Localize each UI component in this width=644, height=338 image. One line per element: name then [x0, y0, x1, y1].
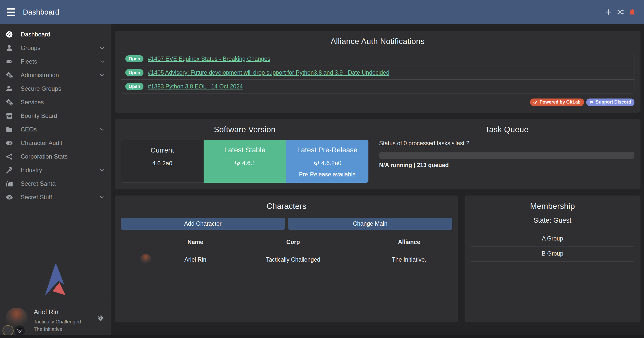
cogs-icon [6, 99, 17, 106]
alliance-auth-logo [38, 263, 72, 298]
notification-row: Open #1405 Advisory: Future development … [121, 66, 634, 80]
alliance-auth-app: Dashboard [0, 0, 644, 335]
shuttle-icon [6, 58, 17, 65]
status-badge: Open [125, 83, 143, 90]
sidebar-item-corporation-stats[interactable]: Corporation Stats [0, 150, 111, 163]
add-character-plus-icon[interactable] [605, 8, 612, 16]
task-queue-status: Status of 0 processed tasks • last ? [379, 140, 635, 147]
characters-table: Name Corp Alliance Ariel Rin Tactically … [121, 235, 452, 269]
cogs-icon [6, 71, 17, 79]
sidebar-item-secret-stuff[interactable]: Secret Stuff [0, 190, 111, 204]
change-main-shuffle-icon[interactable] [617, 8, 624, 16]
notifications-list: Open #1407 EVE Equinox Status - Breaking… [121, 52, 634, 93]
powered-by-gitlab-badge[interactable]: Powered by GitLab [530, 99, 584, 106]
footer-badges: Powered by GitLab Support Discord [121, 99, 634, 106]
software-taskqueue-panel: Software Version Current 4.6.2a0 Latest … [115, 119, 640, 189]
chevron-down-icon [99, 194, 105, 200]
column-header-name: Name [171, 235, 220, 250]
group-row: A Group [471, 231, 634, 247]
user-alliance: The Initiative. [34, 325, 81, 333]
discord-icon [589, 100, 594, 105]
task-queue-summary: N/A running | 213 queued [379, 162, 635, 169]
sidebar-footer: Ariel Rin Tactically Challenged The Init… [0, 263, 111, 335]
sidebar-item-fleets[interactable]: Fleets [0, 55, 111, 68]
user-settings-gear-icon[interactable] [97, 315, 104, 322]
chevron-down-icon [99, 167, 105, 173]
character-alliance: The Initiative. [366, 250, 452, 269]
change-main-button[interactable]: Change Main [288, 218, 452, 230]
notification-row: Open #1407 EVE Equinox Status - Breaking… [121, 52, 634, 66]
version-stable-box: Latest Stable 4.6.1 [204, 140, 286, 183]
sidebar-item-character-audit[interactable]: Character Audit [0, 136, 111, 150]
characters-title: Characters [121, 201, 452, 211]
sidebar-menu: Dashboard Groups Fleets [0, 24, 111, 204]
version-current-box: Current 4.6.2a0 [121, 140, 204, 183]
task-queue-title: Task Queue [379, 124, 635, 134]
chevron-down-icon [99, 72, 105, 78]
sidebar-item-ceos[interactable]: CEOs [0, 123, 111, 136]
column-header-portrait [121, 235, 171, 250]
notifications-panel: Alliance Auth Notifications Open #1407 E… [115, 31, 640, 113]
store-icon [6, 112, 17, 120]
gitlab-icon [234, 160, 241, 166]
sidebar-item-bounty-board[interactable]: Bounty Board [0, 109, 111, 123]
sidebar-item-industry[interactable]: Industry [0, 163, 111, 177]
sidebar-item-secret-santa[interactable]: Secret Santa [0, 177, 111, 190]
group-row: B Group [471, 247, 634, 262]
hammer-icon [6, 166, 17, 174]
support-discord-badge[interactable]: Support Discord [586, 99, 634, 106]
notifications-bell-icon[interactable] [628, 8, 636, 16]
folder-icon [6, 126, 17, 133]
gitlab-icon [533, 100, 538, 105]
top-navbar: Dashboard [0, 0, 644, 24]
status-badge: Open [125, 55, 143, 62]
alliance-logo-badge [14, 325, 25, 335]
user-name: Ariel Rin [34, 308, 81, 316]
sidebar-item-secure-groups[interactable]: Secure Groups [0, 82, 111, 95]
eye-icon [6, 194, 17, 201]
column-header-alliance: Alliance [366, 235, 452, 250]
user-corp: Tactically Challenged [34, 318, 81, 325]
eye-icon [6, 139, 17, 147]
notification-link[interactable]: #1405 Advisory: Future development will … [148, 69, 389, 76]
column-header-corp: Corp [220, 235, 366, 250]
character-name: Ariel Rin [171, 250, 220, 269]
characters-panel: Characters Add Character Change Main Nam… [115, 196, 458, 322]
character-corp: Tactically Challenged [220, 250, 366, 269]
chevron-down-icon [99, 126, 105, 132]
notification-link[interactable]: #1383 Python 3.8 EOL - 14 Oct 2024 [148, 83, 243, 90]
notification-link[interactable]: #1407 EVE Equinox Status - Breaking Chan… [148, 56, 270, 62]
chevron-down-icon [99, 59, 105, 65]
membership-state: State: Guest [471, 217, 634, 224]
sidebar: Dashboard Groups Fleets [0, 24, 111, 335]
sidebar-item-services[interactable]: Services [0, 95, 111, 109]
task-queue-section: Task Queue Status of 0 processed tasks •… [378, 124, 635, 183]
bottom-row: Characters Add Character Change Main Nam… [115, 196, 640, 322]
main-content: Alliance Auth Notifications Open #1407 E… [111, 24, 644, 335]
notifications-title: Alliance Auth Notifications [121, 36, 634, 46]
add-character-button[interactable]: Add Character [121, 218, 285, 230]
gifts-icon [6, 180, 17, 187]
share-icon [6, 153, 17, 160]
version-boxes: Current 4.6.2a0 Latest Stable 4.6.1 Late… [121, 140, 369, 183]
corp-logo-badge [3, 325, 14, 335]
page-title: Dashboard [23, 8, 59, 16]
menu-toggle-button[interactable] [7, 8, 15, 16]
user-icon [6, 44, 17, 52]
tachometer-icon [6, 31, 17, 38]
character-portrait [140, 254, 151, 265]
sidebar-item-groups[interactable]: Groups [0, 41, 111, 55]
gitlab-icon [313, 160, 320, 166]
version-prerelease-box: Latest Pre-Release 4.6.2a0 Pre-Release a… [286, 140, 369, 183]
user-panel: Ariel Rin Tactically Challenged The Init… [0, 303, 111, 335]
software-version-section: Software Version Current 4.6.2a0 Latest … [121, 124, 378, 183]
membership-title: Membership [471, 201, 634, 211]
sidebar-item-dashboard[interactable]: Dashboard [0, 28, 111, 41]
user-lock-icon [6, 85, 17, 92]
notification-row: Open #1383 Python 3.8 EOL - 14 Oct 2024 [121, 80, 634, 93]
sidebar-item-administration[interactable]: Administration [0, 68, 111, 82]
software-version-title: Software Version [121, 124, 369, 134]
membership-panel: Membership State: Guest A Group B Group [465, 196, 640, 322]
character-row: Ariel Rin Tactically Challenged The Init… [121, 250, 452, 269]
status-badge: Open [125, 69, 143, 76]
